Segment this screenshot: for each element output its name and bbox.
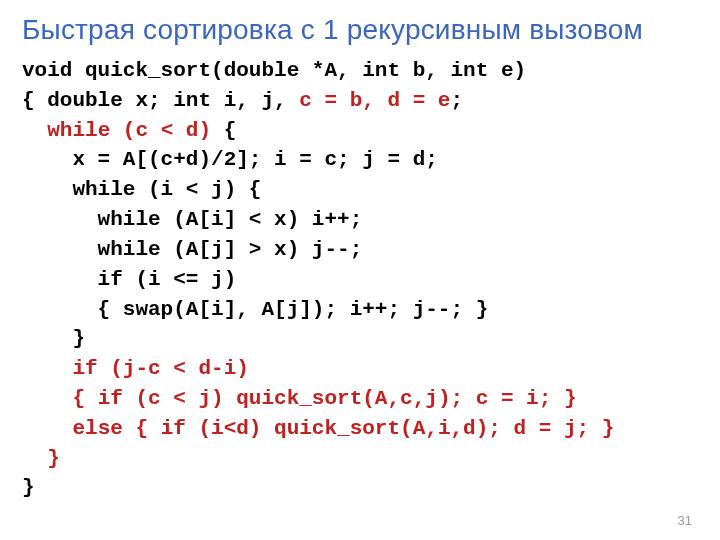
code-line-8: if (i <= j) — [22, 268, 236, 291]
code-line-15: } — [22, 476, 35, 499]
code-line-6: while (A[i] < x) i++; — [22, 208, 362, 231]
code-line-14a — [22, 447, 47, 470]
code-block: void quick_sort(double *A, int b, int e)… — [22, 56, 698, 503]
page-number: 31 — [678, 513, 692, 528]
code-line-2a: { double x; int i, j, — [22, 89, 299, 112]
code-line-14b: } — [47, 447, 60, 470]
code-line-7: while (A[j] > x) j--; — [22, 238, 362, 261]
code-line-9: { swap(A[i], A[j]); i++; j--; } — [22, 298, 488, 321]
code-line-3a — [22, 119, 47, 142]
code-line-13b: else { if (i<d) quick_sort(A,i,d); d = j… — [72, 417, 614, 440]
code-line-2b: c = b, d = e — [299, 89, 450, 112]
code-line-5: while (i < j) { — [22, 178, 261, 201]
code-line-11a — [22, 357, 72, 380]
code-line-4: x = A[(c+d)/2]; i = c; j = d; — [22, 148, 438, 171]
code-line-13a — [22, 417, 72, 440]
code-line-12a — [22, 387, 72, 410]
code-line-12b: { if (c < j) quick_sort(A,c,j); c = i; } — [72, 387, 576, 410]
slide: Быстрая сортировка с 1 рекурсивным вызов… — [0, 0, 720, 540]
code-line-3c: { — [211, 119, 236, 142]
code-line-1: void quick_sort(double *A, int b, int e) — [22, 59, 526, 82]
slide-title: Быстрая сортировка с 1 рекурсивным вызов… — [22, 14, 698, 46]
code-line-3b: while (c < d) — [47, 119, 211, 142]
code-line-2c: ; — [450, 89, 463, 112]
code-line-10: } — [22, 327, 85, 350]
code-line-11b: if (j-c < d-i) — [72, 357, 248, 380]
